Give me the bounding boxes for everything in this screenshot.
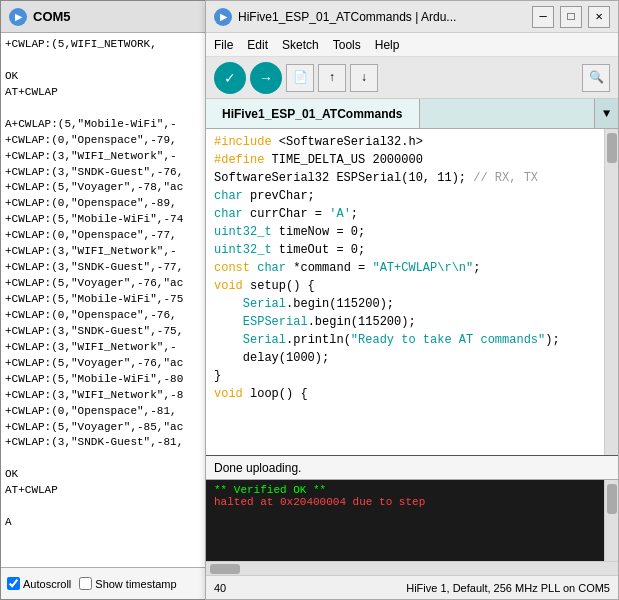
com5-line: +CWLAP:(0,"Openspace",-77, <box>5 228 205 244</box>
menu-sketch[interactable]: Sketch <box>282 38 319 52</box>
com5-line: +CWLAP:(3,"SNDK-Guest",-76, <box>5 165 205 181</box>
close-button[interactable]: ✕ <box>588 6 610 28</box>
com5-line: +CWLAP:(3,"WIFI_Network",-8 <box>5 388 205 404</box>
com5-line: OK <box>5 69 205 85</box>
com5-line: +CWLAP:(3,"WIFI_Network",- <box>5 244 205 260</box>
com5-line: +CWLAP:(3,"SNDK-Guest",-77, <box>5 260 205 276</box>
com5-line: +CWLAP:(3,"SNDK-Guest",-75, <box>5 324 205 340</box>
output-line-2: halted at 0x20400004 due to step <box>214 496 596 508</box>
output-content[interactable]: ** Verified OK ** halted at 0x20400004 d… <box>206 480 604 561</box>
code-area[interactable]: #include <SoftwareSerial32.h> #define TI… <box>206 129 604 455</box>
com5-line: A <box>5 515 205 531</box>
com5-line <box>5 101 205 117</box>
title-left: ▶ HiFive1_ESP_01_ATCommands | Ardu... <box>214 8 456 26</box>
status-board: HiFive 1, Default, 256 MHz PLL on COM5 <box>406 582 610 594</box>
horiz-scrollbar[interactable] <box>206 561 618 575</box>
output-header: Done uploading. <box>206 456 618 480</box>
com5-titlebar: ▶ COM5 <box>1 1 209 33</box>
autoscroll-checkbox[interactable] <box>7 577 20 590</box>
com5-content[interactable]: +CWLAP:(5,WIFI_NETWORK, OKAT+CWLAP A+CWL… <box>1 33 209 567</box>
timestamp-label[interactable]: Show timestamp <box>79 577 176 590</box>
com5-line: A+CWLAP:(5,"Mobile-WiFi",- <box>5 117 205 133</box>
com5-line: +CWLAP:(0,"Openspace",-89, <box>5 196 205 212</box>
output-with-scroll: ** Verified OK ** halted at 0x20400004 d… <box>206 480 618 561</box>
save-button[interactable]: ↓ <box>350 64 378 92</box>
com5-line: +CWLAP:(3,"WIFI_Network",- <box>5 149 205 165</box>
com5-footer: Autoscroll Show timestamp <box>1 567 209 599</box>
menu-edit[interactable]: Edit <box>247 38 268 52</box>
menu-help[interactable]: Help <box>375 38 400 52</box>
com5-line: +CWLAP:(5,"Voyager",-78,"ac <box>5 180 205 196</box>
arduino-window: ▶ HiFive1_ESP_01_ATCommands | Ardu... — … <box>205 0 619 600</box>
arduino-titlebar: ▶ HiFive1_ESP_01_ATCommands | Ardu... — … <box>206 1 618 33</box>
output-area: Done uploading. ** Verified OK ** halted… <box>206 455 618 575</box>
com5-line: +CWLAP:(5,"Mobile-WiFi",-74 <box>5 212 205 228</box>
output-header-text: Done uploading. <box>214 461 301 475</box>
com5-line: OK <box>5 467 205 483</box>
new-button[interactable]: 📄 <box>286 64 314 92</box>
code-scrollbar[interactable] <box>604 129 618 455</box>
com5-line: +CWLAP:(0,"Openspace",-79, <box>5 133 205 149</box>
horiz-thumb <box>210 564 240 574</box>
com5-line: +CWLAP:(3,"WIFI_Network",- <box>5 340 205 356</box>
com5-icon: ▶ <box>9 8 27 26</box>
output-line-1: ** Verified OK ** <box>214 484 596 496</box>
code-section: #include <SoftwareSerial32.h> #define TI… <box>206 129 618 455</box>
com5-window: ▶ COM5 +CWLAP:(5,WIFI_NETWORK, OKAT+CWLA… <box>0 0 210 600</box>
upload-button[interactable]: → <box>250 62 282 94</box>
com5-line: +CWLAP:(5,"Mobile-WiFi",-80 <box>5 372 205 388</box>
com5-line: AT+CWLAP <box>5 85 205 101</box>
com5-line <box>5 53 205 69</box>
minimize-button[interactable]: — <box>532 6 554 28</box>
com5-line: +CWLAP:(5,"Voyager",-76,"ac <box>5 356 205 372</box>
com5-line <box>5 451 205 467</box>
arduino-icon: ▶ <box>214 8 232 26</box>
arduino-title: HiFive1_ESP_01_ATCommands | Ardu... <box>238 10 456 24</box>
maximize-button[interactable]: □ <box>560 6 582 28</box>
com5-line: +CWLAP:(5,"Voyager",-85,"ac <box>5 420 205 436</box>
timestamp-checkbox[interactable] <box>79 577 92 590</box>
verify-button[interactable]: ✓ <box>214 62 246 94</box>
com5-line: +CWLAP:(0,"Openspace",-81, <box>5 404 205 420</box>
com5-line: +CWLAP:(5,"Voyager",-76,"ac <box>5 276 205 292</box>
tab-dropdown[interactable]: ▼ <box>594 99 618 128</box>
scroll-thumb <box>607 133 617 163</box>
output-scrollbar[interactable] <box>604 480 618 561</box>
com5-title: COM5 <box>33 9 71 24</box>
status-line: 40 <box>214 582 226 594</box>
tab-bar: HiFive1_ESP_01_ATCommands ▼ <box>206 99 618 129</box>
menu-tools[interactable]: Tools <box>333 38 361 52</box>
open-button[interactable]: ↑ <box>318 64 346 92</box>
win-controls: — □ ✕ <box>532 6 610 28</box>
menubar: File Edit Sketch Tools Help <box>206 33 618 57</box>
com5-line: AT+CWLAP <box>5 483 205 499</box>
com5-line: +CWLAP:(0,"Openspace",-76, <box>5 308 205 324</box>
autoscroll-label[interactable]: Autoscroll <box>7 577 71 590</box>
com5-line <box>5 499 205 515</box>
output-scroll-thumb <box>607 484 617 514</box>
active-tab[interactable]: HiFive1_ESP_01_ATCommands <box>206 99 420 128</box>
com5-line: +CWLAP:(5,"Mobile-WiFi",-75 <box>5 292 205 308</box>
toolbar: ✓ → 📄 ↑ ↓ 🔍 <box>206 57 618 99</box>
menu-file[interactable]: File <box>214 38 233 52</box>
com5-line: +CWLAP:(5,WIFI_NETWORK, <box>5 37 205 53</box>
statusbar: 40 HiFive 1, Default, 256 MHz PLL on COM… <box>206 575 618 599</box>
search-button[interactable]: 🔍 <box>582 64 610 92</box>
com5-line: +CWLAP:(3,"SNDK-Guest",-81, <box>5 435 205 451</box>
